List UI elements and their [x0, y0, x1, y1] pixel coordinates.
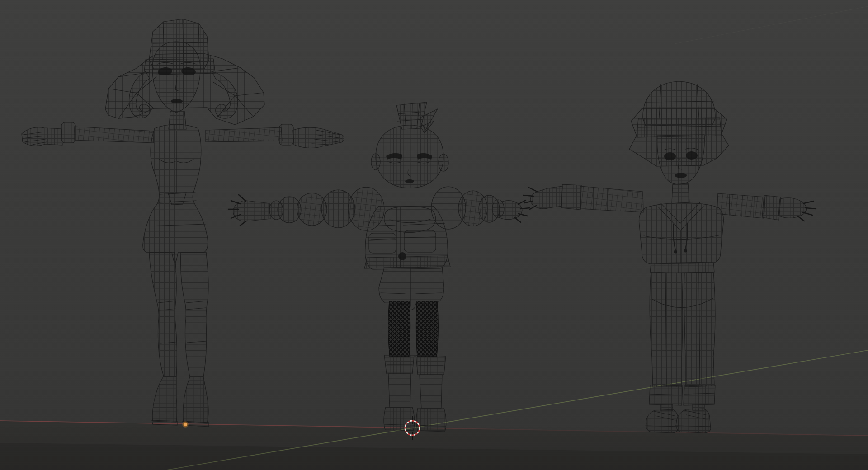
- arm-right: [431, 187, 530, 229]
- ear-right: [439, 154, 448, 171]
- wireframe-character-left[interactable]: [22, 19, 344, 427]
- cuff-left: [269, 201, 283, 220]
- wrist-cuff-right: [279, 124, 293, 145]
- arm-right: [717, 193, 816, 221]
- shoe-left: [152, 376, 177, 422]
- hat: [637, 81, 722, 137]
- hoodie: [639, 202, 723, 264]
- leg-right: [180, 252, 209, 427]
- mouth: [405, 179, 414, 183]
- pant-cuffs: [649, 385, 715, 411]
- stocking-right: [416, 301, 439, 357]
- hand-left: [530, 186, 562, 209]
- viewport-canvas[interactable]: [0, 0, 868, 470]
- arm-right: [206, 124, 344, 148]
- viewport-3d[interactable]: [0, 0, 868, 470]
- arm-left: [228, 187, 384, 230]
- cuff-right: [762, 195, 781, 220]
- torso: [143, 124, 208, 263]
- hand-right: [778, 198, 807, 218]
- shoe-right: [183, 377, 209, 423]
- wireframe-character-right[interactable]: [524, 81, 816, 433]
- drawstring-tip-right: [684, 249, 687, 253]
- jacket-button: [398, 252, 406, 260]
- arm-left: [524, 184, 643, 212]
- mouth: [675, 173, 687, 178]
- mouth: [171, 99, 183, 103]
- jacket: [364, 206, 450, 269]
- boot-left: [384, 355, 415, 431]
- scratch-line: [675, 6, 868, 44]
- leg-left: [149, 252, 177, 425]
- object-origin-icon: [182, 421, 189, 428]
- eye-right: [686, 151, 698, 160]
- sneaker-left: [646, 409, 678, 433]
- ear-left: [371, 154, 380, 170]
- drawstring-tip-left: [674, 250, 677, 254]
- head: [371, 125, 448, 188]
- cuff-left: [561, 184, 581, 210]
- wireframe-character-center[interactable]: [228, 102, 530, 432]
- stocking-left: [388, 301, 410, 357]
- neck: [672, 183, 689, 203]
- wrist-cuff-left: [61, 122, 75, 143]
- sneaker-right: [675, 409, 711, 433]
- head: [657, 135, 705, 203]
- head: [152, 42, 200, 129]
- eye-left: [664, 152, 676, 160]
- pants: [650, 262, 715, 387]
- arm-left: [22, 122, 154, 146]
- waistband: [650, 262, 714, 273]
- boot-right: [416, 355, 446, 432]
